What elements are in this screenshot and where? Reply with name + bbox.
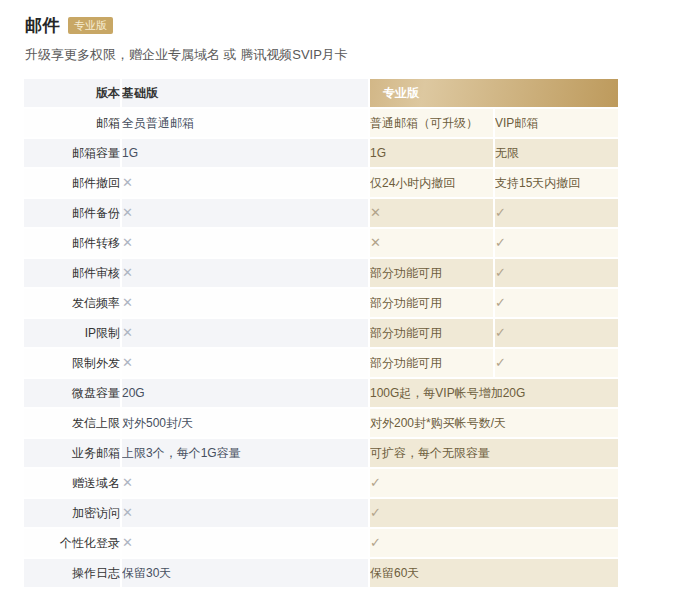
row-label: IP限制: [24, 319, 120, 347]
pro-cell-1: 1G: [370, 139, 493, 167]
table-row-mailbox: 邮箱 全员普通邮箱 普通邮箱（可升级） VIP邮箱: [24, 109, 618, 137]
cross-mark-cell: ✕: [122, 289, 368, 317]
cross-mark-cell: ✕: [370, 229, 493, 257]
pro-cell-merged: 保留60天: [370, 559, 618, 587]
row-label: 微盘容量: [24, 379, 120, 407]
cross-mark-cell: ✕: [370, 199, 493, 227]
check-mark-cell: ✓: [495, 319, 618, 347]
row-label: 操作日志: [24, 559, 120, 587]
pro-cell-1: 部分功能可用: [370, 259, 493, 287]
table-row-send-limit: 发信上限 对外500封/天 对外200封*购买帐号数/天: [24, 409, 618, 437]
pro-cell-1: 部分功能可用: [370, 289, 493, 317]
pro-cell-1: 仅24小时内撤回: [370, 169, 493, 197]
check-mark-cell: ✓: [495, 199, 618, 227]
table-row-personalized-login: 个性化登录 ✕ ✓: [24, 529, 618, 557]
table-row-ip-restriction: IP限制 ✕ 部分功能可用 ✓: [24, 319, 618, 347]
check-mark-cell: ✓: [370, 469, 618, 497]
pro-cell-merged: 对外200封*购买帐号数/天: [370, 409, 618, 437]
row-label: 限制外发: [24, 349, 120, 377]
row-label: 发信上限: [24, 409, 120, 437]
cross-mark-cell: ✕: [122, 169, 368, 197]
feature-comparison-table: 版本 基础版 专业版 邮箱 全员普通邮箱 普通邮箱（可升级） VIP邮箱 邮箱容…: [22, 77, 620, 589]
row-label: 邮件备份: [24, 199, 120, 227]
cross-mark-cell: ✕: [122, 529, 368, 557]
pro-cell-merged: 可扩容，每个无限容量: [370, 439, 618, 467]
cross-mark-cell: ✕: [122, 229, 368, 257]
table-row-outbound-restriction: 限制外发 ✕ 部分功能可用 ✓: [24, 349, 618, 377]
table-row-business-mailbox: 业务邮箱 上限3个，每个1G容量 可扩容，每个无限容量: [24, 439, 618, 467]
basic-cell: 上限3个，每个1G容量: [122, 439, 368, 467]
row-label: 赠送域名: [24, 469, 120, 497]
column-header-version: 版本: [24, 79, 120, 107]
check-mark-cell: ✓: [495, 229, 618, 257]
row-label: 个性化登录: [24, 529, 120, 557]
table-row-mail-transfer: 邮件转移 ✕ ✕ ✓: [24, 229, 618, 257]
cross-mark-cell: ✕: [122, 259, 368, 287]
table-row-mail-recall: 邮件撤回 ✕ 仅24小时内撤回 支持15天内撤回: [24, 169, 618, 197]
check-mark-cell: ✓: [495, 289, 618, 317]
table-row-mail-audit: 邮件审核 ✕ 部分功能可用 ✓: [24, 259, 618, 287]
check-mark-cell: ✓: [495, 349, 618, 377]
row-label: 邮件撤回: [24, 169, 120, 197]
basic-cell: 保留30天: [122, 559, 368, 587]
cross-mark-cell: ✕: [122, 469, 368, 497]
table-row-mailbox-capacity: 邮箱容量 1G 1G 无限: [24, 139, 618, 167]
cross-mark-cell: ✕: [122, 319, 368, 347]
section-heading: 邮件 专业版: [25, 12, 678, 38]
table-row-operation-log: 操作日志 保留30天 保留60天: [24, 559, 618, 587]
check-mark-cell: ✓: [495, 259, 618, 287]
table-row-send-frequency: 发信频率 ✕ 部分功能可用 ✓: [24, 289, 618, 317]
basic-cell: 20G: [122, 379, 368, 407]
row-label: 邮件审核: [24, 259, 120, 287]
pro-cell-2: 无限: [495, 139, 618, 167]
pro-cell-2: VIP邮箱: [495, 109, 618, 137]
row-label: 邮箱容量: [24, 139, 120, 167]
upgrade-subtitle: 升级享更多权限，赠企业专属域名 或 腾讯视频SVIP月卡: [25, 46, 678, 64]
basic-cell: 全员普通邮箱: [122, 109, 368, 137]
table-row-drive-capacity: 微盘容量 20G 100G起，每VIP帐号增加20G: [24, 379, 618, 407]
row-label: 邮箱: [24, 109, 120, 137]
pro-cell-1: 部分功能可用: [370, 349, 493, 377]
pro-cell-1: 部分功能可用: [370, 319, 493, 347]
email-feature-section: 邮件 专业版 升级享更多权限，赠企业专属域名 或 腾讯视频SVIP月卡 版本 基…: [0, 0, 678, 589]
row-label: 加密访问: [24, 499, 120, 527]
table-row-encrypted-access: 加密访问 ✕ ✓: [24, 499, 618, 527]
row-label: 邮件转移: [24, 229, 120, 257]
pro-cell-2: 支持15天内撤回: [495, 169, 618, 197]
cross-mark-cell: ✕: [122, 199, 368, 227]
cross-mark-cell: ✕: [122, 349, 368, 377]
table-header-row: 版本 基础版 专业版: [24, 79, 618, 107]
pro-cell-merged: 100G起，每VIP帐号增加20G: [370, 379, 618, 407]
check-mark-cell: ✓: [370, 529, 618, 557]
basic-cell: 1G: [122, 139, 368, 167]
cross-mark-cell: ✕: [122, 499, 368, 527]
row-label: 业务邮箱: [24, 439, 120, 467]
table-row-mail-backup: 邮件备份 ✕ ✕ ✓: [24, 199, 618, 227]
column-header-basic: 基础版: [122, 79, 368, 107]
page-title: 邮件: [25, 14, 60, 37]
pro-version-badge: 专业版: [68, 17, 113, 34]
pro-cell-1: 普通邮箱（可升级）: [370, 109, 493, 137]
row-label: 发信频率: [24, 289, 120, 317]
check-mark-cell: ✓: [370, 499, 618, 527]
table-row-free-domain: 赠送域名 ✕ ✓: [24, 469, 618, 497]
column-header-pro: 专业版: [370, 79, 618, 107]
basic-cell: 对外500封/天: [122, 409, 368, 437]
